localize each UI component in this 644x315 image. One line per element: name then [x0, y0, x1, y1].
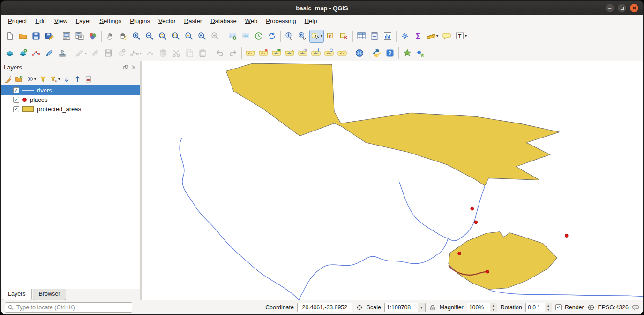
magnifier-spinbox[interactable]: ▲▼ [467, 303, 497, 312]
digitize-with-segment-button[interactable] [4, 46, 16, 60]
layer-row-places[interactable]: ✓places [1, 95, 140, 104]
spin-down-icon[interactable]: ▼ [490, 307, 497, 312]
rotation-spin-arrows[interactable]: ▲▼ [545, 303, 552, 312]
scale-dropdown-arrow-icon[interactable]: ▾ [418, 303, 425, 312]
magnifier-spin-arrows[interactable]: ▲▼ [490, 303, 497, 312]
move-label-button[interactable]: abc [310, 46, 322, 60]
tab-layers[interactable]: Layers [2, 289, 32, 300]
style-manager-button[interactable] [87, 30, 99, 43]
options-button[interactable] [399, 30, 411, 43]
magnifier-input[interactable] [467, 303, 490, 312]
remove-layer-button[interactable] [83, 74, 93, 85]
menu-project[interactable]: Project [4, 15, 31, 27]
digitize-shape-button[interactable] [17, 46, 29, 60]
scale-combo[interactable]: ▾ [384, 303, 426, 312]
new-project-button[interactable] [4, 30, 16, 43]
pin-unpin-labels-button[interactable]: abc [284, 46, 296, 60]
new-3d-map-view-button[interactable]: 3D [240, 30, 252, 43]
open-layer-styling-button[interactable] [3, 74, 13, 85]
show-layout-manager-button[interactable] [74, 30, 86, 43]
menu-database[interactable]: Database [206, 15, 241, 27]
layer-visibility-checkbox[interactable]: ✓ [13, 87, 19, 93]
add-group-button[interactable] [14, 74, 24, 85]
close-button[interactable]: ✕ [630, 4, 638, 12]
menu-settings[interactable]: Settings [95, 15, 126, 27]
open-project-button[interactable] [17, 30, 29, 43]
filter-by-expression-button[interactable]: ε▾ [49, 74, 61, 85]
expand-all-button[interactable] [62, 74, 72, 85]
coordinate-input[interactable] [297, 303, 352, 312]
deselect-all-button[interactable] [338, 30, 350, 43]
measure-line-button[interactable]: ▾ [425, 30, 440, 43]
menu-web[interactable]: Web [241, 15, 262, 27]
maximize-button[interactable] [618, 4, 626, 12]
rotation-input[interactable] [526, 303, 545, 312]
float-panel-icon[interactable] [123, 64, 129, 70]
rotation-spinbox[interactable]: ▲▼ [525, 303, 552, 312]
text-annotation-button[interactable]: T▾ [454, 30, 468, 43]
layer-row-protected_areas[interactable]: ✓protected_areas [1, 104, 140, 114]
refresh-map-button[interactable] [266, 30, 278, 43]
extents-toggle-icon[interactable] [356, 304, 363, 311]
locate-input[interactable] [16, 304, 129, 311]
select-by-expression-button[interactable]: ε [325, 30, 337, 43]
open-attribute-table-button[interactable] [355, 30, 367, 43]
dropdown-arrow-icon[interactable]: ▾ [465, 34, 467, 38]
layer-name[interactable]: places [30, 96, 48, 103]
place-marker[interactable] [471, 207, 474, 210]
grass-tools-button[interactable] [401, 46, 413, 60]
dropdown-arrow-icon[interactable]: ▾ [58, 77, 60, 81]
protected-area-polygon-small[interactable] [449, 232, 557, 290]
map-tips-button[interactable] [441, 30, 453, 43]
collapse-all-button[interactable] [73, 74, 82, 85]
filter-legend-button[interactable] [38, 74, 48, 85]
layer-visibility-checkbox[interactable]: ✓ [13, 106, 19, 112]
select-features-button[interactable]: ▾ [309, 30, 324, 43]
menu-help[interactable]: Help [300, 15, 322, 27]
change-label-button[interactable]: abc [336, 46, 348, 60]
spin-up-icon[interactable]: ▲ [545, 303, 552, 307]
menu-vector[interactable]: Vector [154, 15, 180, 27]
pan-to-selection-button[interactable] [117, 30, 129, 43]
locate-box[interactable] [5, 302, 132, 313]
pan-map-button[interactable] [104, 30, 116, 43]
menu-plugins[interactable]: Plugins [126, 15, 154, 27]
layer-labeling-single-button[interactable]: abc [270, 46, 283, 60]
layer-row-rivers[interactable]: ✓rivers [1, 85, 140, 95]
place-marker[interactable] [486, 270, 489, 273]
zoom-last-button[interactable] [196, 30, 208, 43]
zoom-to-selection-button[interactable] [170, 30, 182, 43]
show-statistics-button[interactable]: Σ [412, 30, 424, 43]
layer-name[interactable]: protected_areas [37, 106, 81, 113]
menu-layer[interactable]: Layer [72, 15, 96, 27]
menu-processing[interactable]: Processing [262, 15, 300, 27]
dropdown-arrow-icon[interactable]: ▾ [321, 34, 322, 38]
layer-labeling-options-button[interactable]: abc [244, 46, 256, 60]
titlebar[interactable]: basic_map - QGIS – ✕ [1, 1, 643, 15]
layer-diagram-options-button[interactable]: abc [257, 46, 270, 60]
map-canvas[interactable] [142, 61, 643, 300]
zoom-in-button[interactable] [130, 30, 142, 43]
layer-name[interactable]: rivers [37, 87, 52, 94]
close-panel-icon[interactable] [131, 64, 137, 70]
tab-browser[interactable]: Browser [33, 289, 67, 300]
zoom-full-extent-button[interactable] [157, 30, 169, 43]
processing-toolbox-button[interactable] [414, 46, 427, 60]
render-checkbox[interactable]: ✓ [555, 304, 562, 310]
crs-icon[interactable] [587, 304, 595, 311]
spin-down-icon[interactable]: ▼ [545, 307, 552, 312]
dropdown-arrow-icon[interactable]: ▾ [34, 77, 36, 81]
minimize-button[interactable]: – [606, 4, 614, 12]
dropdown-arrow-icon[interactable]: ▾ [436, 34, 438, 38]
messages-icon[interactable] [632, 304, 639, 311]
temporal-controller-button[interactable] [253, 30, 265, 43]
menu-raster[interactable]: Raster [180, 15, 206, 27]
place-marker[interactable] [458, 252, 461, 255]
help-contents-button[interactable]: ? [384, 46, 396, 60]
layer-visibility-checkbox[interactable]: ✓ [13, 97, 19, 103]
identify-features-button[interactable]: i [283, 30, 295, 43]
manage-map-themes-button[interactable]: ▾ [25, 74, 37, 85]
place-marker[interactable] [565, 234, 568, 238]
crs-value[interactable]: EPSG:4326 [598, 304, 629, 311]
save-project-as-button[interactable] [43, 30, 55, 43]
